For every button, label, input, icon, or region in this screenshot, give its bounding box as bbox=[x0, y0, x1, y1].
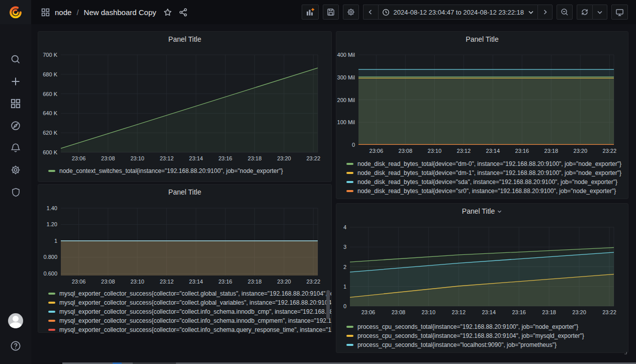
panel-title-with-menu[interactable]: Panel Title bbox=[336, 204, 628, 219]
kiosk-mode-button[interactable] bbox=[611, 5, 628, 20]
x-axis-label: 23:14 bbox=[189, 279, 203, 285]
refresh-interval-button[interactable] bbox=[592, 5, 607, 20]
sidebar-item-alerting[interactable] bbox=[0, 137, 31, 159]
legend-series-name: process_cpu_seconds_total{instance="192.… bbox=[357, 332, 584, 339]
magnifier-minus-icon bbox=[561, 8, 569, 16]
legend-series-name: mysql_exporter_collector_success{collect… bbox=[59, 326, 331, 333]
legend-series-color bbox=[48, 320, 55, 322]
x-axis-label: 23:18 bbox=[542, 309, 556, 315]
x-axis-label: 23:22 bbox=[306, 155, 320, 161]
legend-item[interactable]: process_cpu_seconds_total{instance="192.… bbox=[346, 331, 628, 340]
dashboard-title[interactable]: New dashboard Copy bbox=[84, 8, 156, 17]
favorite-star-icon[interactable] bbox=[163, 8, 172, 17]
y-axis-label: 0.800 bbox=[43, 254, 57, 260]
x-axis-label: 23:18 bbox=[248, 155, 262, 161]
legend-item[interactable]: node_disk_read_bytes_total{device="sr0",… bbox=[346, 187, 628, 196]
sidebar-item-explore[interactable] bbox=[0, 115, 31, 137]
x-axis-label: 23:10 bbox=[428, 148, 442, 154]
y-axis-label: 400 Mil bbox=[337, 52, 355, 58]
legend-item[interactable]: node_context_switches_total{instance="19… bbox=[48, 166, 331, 175]
legend-series-color bbox=[48, 302, 55, 304]
x-axis-label: 23:18 bbox=[544, 148, 559, 154]
x-axis-label: 23:22 bbox=[603, 148, 617, 154]
grafana-logo[interactable] bbox=[0, 0, 31, 24]
sidebar-item-configuration[interactable] bbox=[0, 159, 31, 181]
y-axis-label: 300 Mil bbox=[337, 74, 355, 80]
legend-series-name: process_cpu_seconds_total{instance="loca… bbox=[357, 341, 557, 348]
legend-item[interactable]: process_cpu_seconds_total{instance="192.… bbox=[346, 322, 628, 331]
legend-series-name: process_cpu_seconds_total{instance="192.… bbox=[357, 323, 578, 330]
timeseries-chart[interactable]: 700 K680 K660 K640 K620 K600 K23:0623:08… bbox=[38, 47, 331, 165]
legend-item[interactable]: node_disk_read_bytes_total{device="sda",… bbox=[346, 177, 628, 187]
refresh-button[interactable] bbox=[577, 5, 592, 20]
y-axis-label: 1 bbox=[343, 284, 346, 290]
time-shift-forward-button[interactable] bbox=[537, 5, 553, 20]
legend-item[interactable]: mysql_exporter_collector_success{collect… bbox=[48, 316, 331, 325]
breadcrumb-separator: / bbox=[76, 8, 78, 17]
sidebar-item-help[interactable] bbox=[0, 335, 31, 357]
legend-series-color bbox=[346, 172, 353, 174]
x-axis-label: 23:18 bbox=[248, 279, 262, 285]
monitor-icon bbox=[615, 8, 624, 17]
zoom-out-time-button[interactable] bbox=[557, 5, 573, 20]
legend-series-color bbox=[48, 170, 55, 172]
four-squares-icon bbox=[11, 99, 21, 109]
legend-series-name: node_disk_read_bytes_total{device="dm-1"… bbox=[357, 169, 621, 176]
chevron-left-icon bbox=[368, 9, 374, 15]
apps-grid-icon bbox=[41, 8, 50, 17]
x-axis-label: 23:14 bbox=[189, 155, 203, 161]
x-axis-label: 23:20 bbox=[574, 148, 588, 154]
legend-series-color bbox=[346, 190, 353, 192]
legend-series-name: mysql_exporter_collector_success{collect… bbox=[59, 299, 331, 306]
legend-item[interactable]: mysql_exporter_collector_success{collect… bbox=[48, 289, 331, 298]
y-axis-label: 100 Mil bbox=[337, 119, 355, 125]
chevron-down-icon bbox=[597, 9, 603, 15]
panel-title[interactable]: Panel Title bbox=[38, 32, 331, 47]
share-icon[interactable] bbox=[179, 8, 188, 17]
dashboard-settings-button[interactable] bbox=[343, 5, 359, 20]
add-panel-button[interactable] bbox=[302, 5, 319, 20]
grafana-flame-icon bbox=[8, 5, 23, 20]
panel-title[interactable]: Panel Title bbox=[336, 32, 628, 47]
breadcrumb-folder[interactable]: node bbox=[55, 8, 71, 17]
timeseries-chart[interactable]: 400 Mil300 Mil200 Mil100 Mil023:0623:082… bbox=[336, 47, 628, 158]
sidebar-item-create[interactable] bbox=[0, 70, 31, 93]
clock-icon bbox=[382, 9, 390, 16]
chevron-down-icon bbox=[528, 9, 534, 15]
user-avatar-icon bbox=[8, 313, 23, 328]
legend-series-color bbox=[48, 329, 55, 331]
legend-item[interactable]: mysql_exporter_collector_success{collect… bbox=[48, 298, 331, 307]
x-axis-label: 23:12 bbox=[160, 155, 174, 161]
chart-legend: process_cpu_seconds_total{instance="192.… bbox=[336, 321, 628, 349]
sidebar-item-server-admin[interactable] bbox=[0, 181, 31, 203]
panel-process-cpu-seconds: Panel Title 4321023:0623:0823:1023:1223:… bbox=[336, 203, 628, 353]
sidebar-item-dashboards[interactable] bbox=[0, 93, 31, 115]
legend-item[interactable]: node_disk_read_bytes_total{device="dm-0"… bbox=[346, 159, 628, 168]
refresh-group bbox=[577, 5, 607, 20]
legend-item[interactable]: mysql_exporter_collector_success{collect… bbox=[48, 325, 331, 333]
legend-item[interactable]: mysql_exporter_collector_success{collect… bbox=[48, 307, 331, 316]
panel-resize-handle[interactable] bbox=[623, 347, 627, 351]
y-axis-label: 620 K bbox=[43, 130, 57, 136]
sidebar-item-profile[interactable] bbox=[0, 310, 31, 332]
legend-series-color bbox=[48, 293, 55, 295]
panel-title[interactable]: Panel Title bbox=[38, 185, 331, 200]
legend-series-name: node_disk_read_bytes_total{device="sda",… bbox=[357, 178, 617, 186]
x-axis-label: 23:14 bbox=[482, 309, 496, 315]
x-axis-label: 23:16 bbox=[512, 309, 526, 315]
sidebar-bottom-items bbox=[0, 310, 31, 357]
shield-icon bbox=[11, 188, 21, 197]
time-shift-back-button[interactable] bbox=[363, 5, 378, 20]
x-axis-label: 23:12 bbox=[160, 279, 174, 285]
chart-legend: node_disk_read_bytes_total{device="dm-0"… bbox=[336, 158, 628, 196]
time-range-picker[interactable]: 2024-08-12 23:04:47 to 2024-08-12 23:22:… bbox=[378, 5, 538, 20]
y-axis-label: 4 bbox=[343, 224, 346, 230]
timeseries-chart[interactable]: 4321023:0623:0823:1023:1223:1423:1623:18… bbox=[336, 219, 628, 321]
legend-scrollbar[interactable] bbox=[326, 290, 330, 319]
legend-item[interactable]: node_disk_read_bytes_total{device="dm-1"… bbox=[346, 168, 628, 177]
timeseries-chart[interactable]: 1.401.2010.8000.60023:0623:0823:1023:122… bbox=[38, 200, 331, 288]
x-axis-label: 23:06 bbox=[72, 279, 86, 285]
sidebar-item-search[interactable] bbox=[0, 48, 31, 70]
legend-item[interactable]: process_cpu_seconds_total{instance="loca… bbox=[346, 340, 628, 349]
save-dashboard-button[interactable] bbox=[323, 5, 339, 20]
